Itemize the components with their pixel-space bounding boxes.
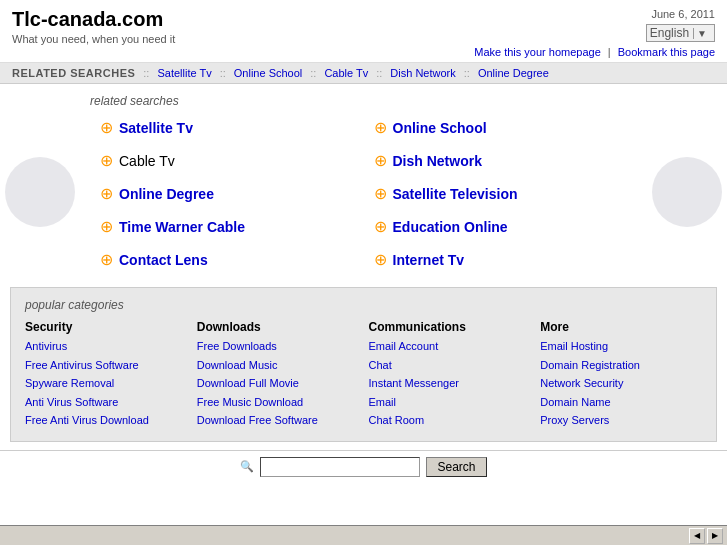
search-links-grid: ⊕ Satellite Tv ⊕ Online School ⊕ Cable T…: [90, 118, 637, 269]
site-tagline: What you need, when you need it: [12, 33, 175, 45]
search-link-time-warner: ⊕ Time Warner Cable: [100, 217, 354, 236]
category-security: Security Antivirus Free Antivirus Softwa…: [25, 320, 187, 431]
right-decoration: [647, 94, 727, 269]
separator: |: [608, 46, 611, 58]
link-education-online[interactable]: Education Online: [393, 219, 508, 235]
link-free-anti-virus-download[interactable]: Free Anti Virus Download: [25, 412, 187, 429]
nav-sep-5: ::: [464, 67, 470, 79]
nav-item-online-degree[interactable]: Online Degree: [478, 67, 549, 79]
language-label: English: [650, 26, 689, 40]
bottom-search-bar: 🔍 Search: [0, 450, 727, 483]
left-decoration: [0, 94, 80, 269]
bottom-search-button[interactable]: Search: [426, 457, 486, 477]
logo-area: Tlc-canada.com What you need, when you n…: [12, 8, 175, 45]
link-email-hosting[interactable]: Email Hosting: [540, 338, 702, 355]
nav-sep-1: ::: [143, 67, 149, 79]
category-downloads: Downloads Free Downloads Download Music …: [197, 320, 359, 431]
bullet-icon: ⊕: [374, 118, 387, 137]
right-circle-shape: [652, 157, 722, 227]
bullet-icon: ⊕: [374, 151, 387, 170]
scroll-arrows: ◀ ▶: [689, 528, 723, 544]
search-link-cable-tv: ⊕ Cable Tv: [100, 151, 354, 170]
link-satellite-tv[interactable]: Satellite Tv: [119, 120, 193, 136]
category-downloads-header: Downloads: [197, 320, 359, 334]
link-dish-network[interactable]: Dish Network: [393, 153, 482, 169]
link-domain-registration[interactable]: Domain Registration: [540, 357, 702, 374]
dropdown-arrow-icon[interactable]: ▼: [693, 28, 707, 39]
search-link-contact-lens: ⊕ Contact Lens: [100, 250, 354, 269]
link-download-music[interactable]: Download Music: [197, 357, 359, 374]
bullet-icon: ⊕: [100, 250, 113, 269]
nav-sep-3: ::: [310, 67, 316, 79]
link-chat-room[interactable]: Chat Room: [369, 412, 531, 429]
nav-item-satellite-tv[interactable]: Satellite Tv: [157, 67, 211, 79]
link-contact-lens[interactable]: Contact Lens: [119, 252, 208, 268]
category-communications: Communications Email Account Chat Instan…: [369, 320, 531, 431]
nav-item-dish-network[interactable]: Dish Network: [390, 67, 455, 79]
bottom-search-input[interactable]: [260, 457, 420, 477]
category-more: More Email Hosting Domain Registration N…: [540, 320, 702, 431]
bottom-chrome: ◀ ▶: [0, 525, 727, 545]
link-antivirus[interactable]: Antivirus: [25, 338, 187, 355]
link-free-music-download[interactable]: Free Music Download: [197, 394, 359, 411]
link-chat[interactable]: Chat: [369, 357, 531, 374]
search-link-education-online: ⊕ Education Online: [374, 217, 628, 236]
bullet-icon: ⊕: [374, 184, 387, 203]
search-link-online-school: ⊕ Online School: [374, 118, 628, 137]
link-time-warner-cable[interactable]: Time Warner Cable: [119, 219, 245, 235]
search-link-online-degree: ⊕ Online Degree: [100, 184, 354, 203]
search-link-internet-tv: ⊕ Internet Tv: [374, 250, 628, 269]
link-network-security[interactable]: Network Security: [540, 375, 702, 392]
link-online-school[interactable]: Online School: [393, 120, 487, 136]
site-header: Tlc-canada.com What you need, when you n…: [0, 0, 727, 63]
link-email-account[interactable]: Email Account: [369, 338, 531, 355]
nav-item-cable-tv[interactable]: Cable Tv: [324, 67, 368, 79]
category-more-header: More: [540, 320, 702, 334]
link-email[interactable]: Email: [369, 394, 531, 411]
date-label: June 6, 2011: [474, 8, 715, 20]
link-download-full-movie[interactable]: Download Full Movie: [197, 375, 359, 392]
bullet-icon: ⊕: [374, 250, 387, 269]
link-download-free-software[interactable]: Download Free Software: [197, 412, 359, 429]
scroll-right-arrow[interactable]: ▶: [707, 528, 723, 544]
search-link-satellite-television: ⊕ Satellite Television: [374, 184, 628, 203]
link-instant-messenger[interactable]: Instant Messenger: [369, 375, 531, 392]
link-internet-tv[interactable]: Internet Tv: [393, 252, 465, 268]
search-section: related searches ⊕ Satellite Tv ⊕ Online…: [80, 94, 647, 269]
bullet-icon: ⊕: [100, 217, 113, 236]
bullet-icon: ⊕: [100, 118, 113, 137]
search-link-dish-network: ⊕ Dish Network: [374, 151, 628, 170]
category-communications-header: Communications: [369, 320, 531, 334]
link-domain-name[interactable]: Domain Name: [540, 394, 702, 411]
nav-sep-2: ::: [220, 67, 226, 79]
related-searches-label: related searches: [90, 94, 637, 108]
link-free-downloads[interactable]: Free Downloads: [197, 338, 359, 355]
bookmark-link[interactable]: Bookmark this page: [618, 46, 715, 58]
nav-sep-4: ::: [376, 67, 382, 79]
popular-section: popular categories Security Antivirus Fr…: [10, 287, 717, 442]
header-links: Make this your homepage | Bookmark this …: [474, 46, 715, 58]
search-mag-icon: 🔍: [240, 460, 254, 473]
nav-bar: RELATED SEARCHES :: Satellite Tv :: Onli…: [0, 63, 727, 84]
link-free-antivirus-software[interactable]: Free Antivirus Software: [25, 357, 187, 374]
header-right: June 6, 2011 English ▼ Make this your ho…: [474, 8, 715, 58]
nav-label: RELATED SEARCHES: [12, 67, 135, 79]
link-anti-virus-software[interactable]: Anti Virus Software: [25, 394, 187, 411]
main-content: related searches ⊕ Satellite Tv ⊕ Online…: [0, 84, 727, 279]
link-cable-tv[interactable]: Cable Tv: [119, 153, 175, 169]
make-homepage-link[interactable]: Make this your homepage: [474, 46, 601, 58]
site-logo: Tlc-canada.com: [12, 8, 175, 31]
language-selector[interactable]: English ▼: [646, 24, 715, 42]
bullet-icon: ⊕: [374, 217, 387, 236]
search-link-satellite-tv: ⊕ Satellite Tv: [100, 118, 354, 137]
scroll-left-arrow[interactable]: ◀: [689, 528, 705, 544]
link-proxy-servers[interactable]: Proxy Servers: [540, 412, 702, 429]
nav-item-online-school[interactable]: Online School: [234, 67, 303, 79]
link-spyware-removal[interactable]: Spyware Removal: [25, 375, 187, 392]
link-online-degree[interactable]: Online Degree: [119, 186, 214, 202]
popular-label: popular categories: [25, 298, 702, 312]
left-circle-shape: [5, 157, 75, 227]
link-satellite-television[interactable]: Satellite Television: [393, 186, 518, 202]
bullet-icon: ⊕: [100, 151, 113, 170]
category-security-header: Security: [25, 320, 187, 334]
